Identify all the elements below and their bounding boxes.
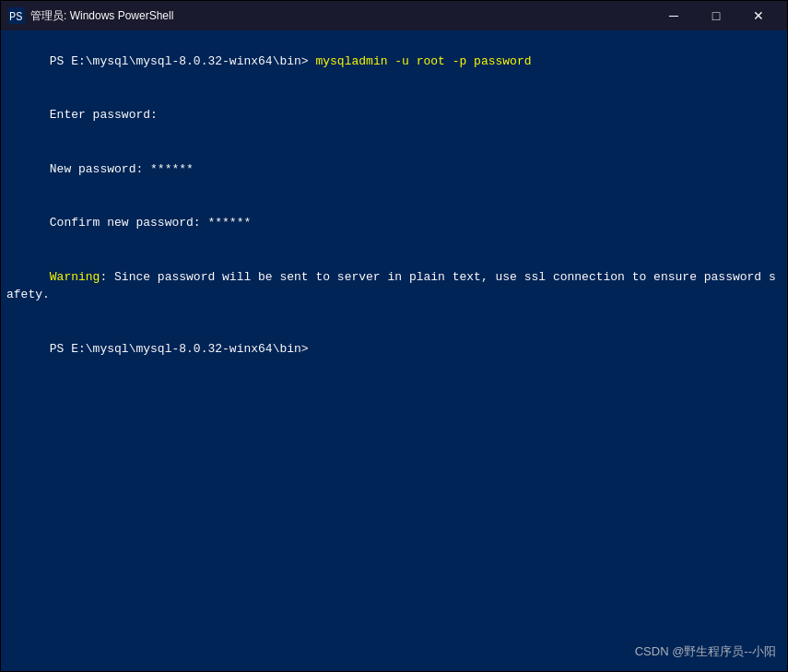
output-text: Enter password: <box>50 108 158 122</box>
powershell-window: PS 管理员: Windows PowerShell ─ □ ✕ PS E:\m… <box>0 0 788 672</box>
terminal-line: PS E:\mysql\mysql-8.0.32-winx64\bin> <box>6 322 782 376</box>
terminal-line: Confirm new password: ****** <box>6 196 782 251</box>
output-text: New password: ****** <box>50 162 194 176</box>
maximize-button[interactable]: □ <box>695 1 737 30</box>
terminal-body[interactable]: PS E:\mysql\mysql-8.0.32-winx64\bin> mys… <box>1 30 787 671</box>
powershell-icon: PS <box>8 7 25 24</box>
command-text: mysqladmin -u root -p password <box>315 54 531 68</box>
terminal-line: New password: ****** <box>6 142 782 196</box>
window-title: 管理员: Windows PowerShell <box>30 8 653 24</box>
svg-text:PS: PS <box>9 11 22 24</box>
terminal-line: Enter password: <box>6 88 782 143</box>
terminal-line: PS E:\mysql\mysql-8.0.32-winx64\bin> mys… <box>6 34 782 88</box>
close-button[interactable]: ✕ <box>737 1 780 30</box>
window-controls: ─ □ ✕ <box>653 1 780 30</box>
warning-label: Warning <box>50 270 100 284</box>
minimize-button[interactable]: ─ <box>653 1 695 30</box>
title-bar: PS 管理员: Windows PowerShell ─ □ ✕ <box>1 1 787 30</box>
watermark: CSDN @野生程序员--小阳 <box>635 643 776 660</box>
output-text: Confirm new password: ****** <box>50 216 251 230</box>
prompt-text: PS E:\mysql\mysql-8.0.32-winx64\bin> <box>50 342 316 356</box>
warning-line: Warning: Since password will be sent to … <box>6 250 782 322</box>
warning-text: : Since password will be sent to server … <box>6 270 776 302</box>
prompt-text: PS E:\mysql\mysql-8.0.32-winx64\bin> <box>50 54 316 68</box>
